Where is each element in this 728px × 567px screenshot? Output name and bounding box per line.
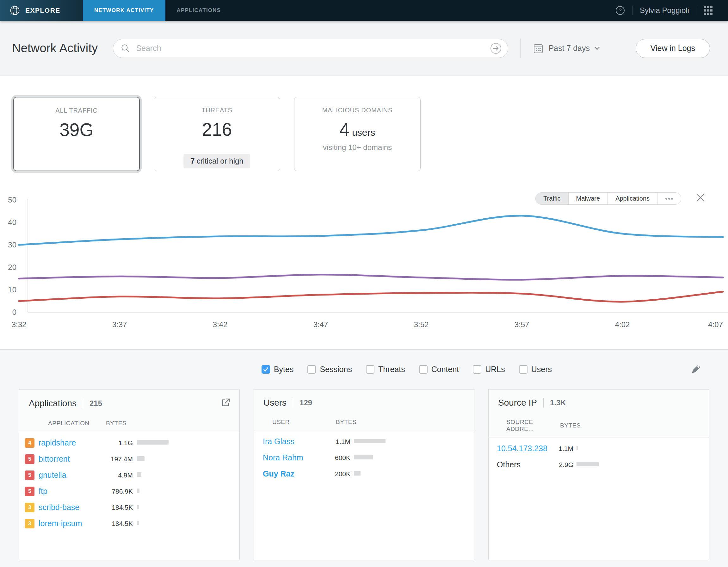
filter-bytes[interactable]: Bytes	[262, 365, 294, 374]
row-name-link[interactable]: ftp	[39, 487, 92, 496]
card-label: THREATS	[154, 107, 280, 114]
row-name-link[interactable]: 10.54.173.238	[497, 444, 547, 453]
bytes-bar	[137, 521, 139, 525]
row-name-link[interactable]: Guy Raz	[263, 469, 323, 478]
checkbox-checked-icon[interactable]	[262, 365, 270, 374]
y-axis-tick-label: 20	[8, 263, 16, 271]
card-threats[interactable]: THREATS 216 7critical or high	[154, 97, 280, 171]
x-axis-tick-label: 3:32	[12, 320, 27, 329]
checkbox-unchecked-icon[interactable]	[366, 365, 374, 374]
svg-text:?: ?	[619, 8, 621, 14]
tab-applications[interactable]: APPLICATIONS	[165, 0, 232, 21]
panel-title: Applications	[29, 398, 77, 409]
x-axis-tick-label: 4:02	[615, 320, 630, 329]
risk-badge: 5	[25, 487, 34, 496]
row-bytes-value: 1.1M	[551, 445, 573, 453]
row-bytes-value: 200K	[326, 470, 350, 478]
bytes-bar	[137, 456, 145, 461]
column-header[interactable]: BYTES	[336, 419, 360, 426]
chart-line-traffic-blue	[19, 216, 723, 245]
threats-severity-text: critical or high	[197, 157, 244, 165]
tab-network-activity[interactable]: NETWORK ACTIVITY	[83, 0, 165, 21]
header-divider	[520, 39, 521, 58]
filter-content[interactable]: Content	[419, 365, 459, 374]
bytes-bar	[354, 455, 373, 459]
table-row: 5gnutella4.9M	[19, 467, 239, 483]
threats-severity-count: 7	[190, 157, 194, 165]
filter-threats[interactable]: Threats	[366, 365, 405, 374]
table-row: Others2.9G	[489, 457, 709, 473]
checkbox-unchecked-icon[interactable]	[307, 365, 316, 374]
panel-applications: Applications 215 APPLICATION BYTES 4rapi…	[19, 389, 240, 560]
filter-label: Users	[531, 365, 552, 374]
y-axis-tick-label: 10	[8, 286, 16, 294]
row-name-link[interactable]: lorem-ipsum	[39, 519, 92, 528]
checkbox-unchecked-icon[interactable]	[473, 365, 481, 374]
bytes-bar	[137, 472, 141, 477]
table-row: 5ftp786.9K	[19, 483, 239, 499]
help-icon[interactable]: ?	[615, 5, 626, 16]
row-bytes-value: 4.9M	[96, 472, 133, 479]
row-name-link[interactable]: scribd-base	[39, 503, 92, 512]
row-bytes-value: 2.9G	[551, 461, 573, 469]
column-header[interactable]: APPLICATION	[48, 420, 102, 427]
chart-mode-malware[interactable]: Malware	[569, 193, 608, 204]
bytes-bar	[137, 489, 139, 493]
table-row: Nora Rahm600K	[254, 450, 474, 466]
search-bar[interactable]	[113, 39, 508, 58]
bytes-bar	[577, 446, 578, 450]
filter-users[interactable]: Users	[519, 365, 552, 374]
card-all-traffic[interactable]: ALL TRAFFIC 39G	[13, 97, 140, 171]
date-range-selector[interactable]: Past 7 days	[533, 43, 600, 54]
table-row: 4rapidshare1.1G	[19, 435, 239, 451]
row-bytes-value: 184.5K	[96, 520, 133, 527]
bytes-bar	[354, 439, 386, 443]
column-header[interactable]: SOURCE ADDRE...	[506, 419, 557, 433]
checkbox-unchecked-icon[interactable]	[419, 365, 428, 374]
chart-mode-traffic[interactable]: Traffic	[536, 193, 568, 204]
row-name-link[interactable]: rapidshare	[39, 438, 92, 447]
filter-sessions[interactable]: Sessions	[307, 365, 352, 374]
page-header: Network Activity Past 7 days View in Log…	[0, 21, 728, 76]
external-link-icon	[220, 398, 231, 408]
export-panel-button[interactable]	[220, 398, 231, 409]
brand-label: EXPLORE	[25, 7, 60, 14]
row-name-link[interactable]: Nora Rahm	[263, 453, 323, 462]
x-axis-tick-label: 3:37	[112, 320, 127, 329]
column-header[interactable]: BYTES	[106, 420, 142, 427]
nav-divider	[696, 6, 696, 15]
chart-more-options-button[interactable]	[657, 193, 681, 204]
table-row: 10.54.173.2381.1M	[489, 441, 709, 457]
checkbox-unchecked-icon[interactable]	[519, 365, 527, 374]
column-header[interactable]: USER	[272, 419, 332, 426]
risk-badge: 4	[25, 438, 34, 448]
threats-severity-badge: 7critical or high	[183, 154, 250, 168]
x-axis-tick-label: 3:57	[515, 320, 529, 329]
panel-count: 129	[299, 398, 312, 407]
risk-badge: 5	[25, 471, 34, 480]
card-malicious-domains[interactable]: MALICIOUS DOMAINS 4users visiting 10+ do…	[294, 97, 421, 171]
filter-urls[interactable]: URLs	[473, 365, 505, 374]
x-axis-tick-label: 4:07	[708, 320, 723, 329]
traffic-chart-panel: 01020304050 3:323:373:423:473:523:574:02…	[0, 183, 728, 350]
edit-filters-button[interactable]	[690, 364, 701, 376]
search-submit-icon[interactable]	[490, 42, 502, 55]
explore-brand[interactable]: EXPLORE	[0, 0, 83, 21]
app-grid-icon[interactable]	[703, 6, 713, 15]
pencil-icon	[690, 364, 701, 374]
view-in-logs-button[interactable]: View in Logs	[636, 39, 710, 58]
row-name-link[interactable]: bittorrent	[39, 454, 92, 464]
top-nav: EXPLORE NETWORK ACTIVITY APPLICATIONS ? …	[0, 0, 728, 21]
row-name-link[interactable]: Ira Glass	[263, 437, 323, 446]
card-value: 4users	[294, 119, 420, 140]
search-input[interactable]	[136, 44, 490, 53]
card-label: ALL TRAFFIC	[14, 107, 139, 114]
x-axis-tick-label: 3:47	[313, 320, 328, 329]
chart-mode-applications[interactable]: Applications	[608, 193, 657, 204]
user-name[interactable]: Sylvia Poggioli	[640, 6, 689, 15]
column-header[interactable]: BYTES	[560, 422, 583, 429]
row-name-link[interactable]: gnutella	[39, 471, 92, 480]
close-icon	[696, 193, 705, 202]
table-row: 5bittorrent197.4M	[19, 451, 239, 467]
chart-close-button[interactable]	[696, 193, 705, 204]
